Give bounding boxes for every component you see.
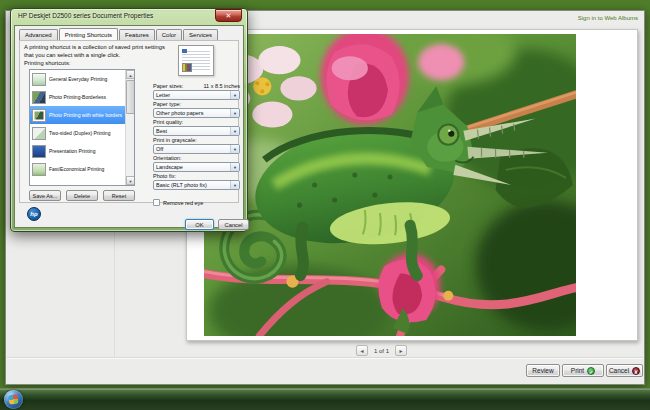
review-button-label: Review [532, 367, 553, 374]
paper-sizes-field: Paper sizes: 11 x 8.5 inches Letter ▼ [153, 83, 240, 100]
paper-type-label: Paper type: [153, 101, 240, 107]
print-quality-select[interactable]: Best ▼ [153, 126, 240, 136]
signin-web-albums-link[interactable]: Sign in to Web Albums [578, 15, 638, 21]
preview-header-block [182, 49, 187, 53]
economical-printing-icon [32, 163, 46, 176]
print-quality-label: Print quality: [153, 119, 240, 125]
dialog-client-area: Advanced Printing Shortcuts Features Col… [14, 25, 244, 228]
list-item-label: Photo Printing-Borderless [49, 95, 106, 100]
scroll-down-icon[interactable]: ▼ [126, 176, 135, 185]
footer-divider [7, 357, 643, 359]
duplex-printing-icon [32, 127, 46, 140]
orientation-label: Orientation: [153, 155, 240, 161]
desktop: Sign in to Web Albums [0, 0, 650, 410]
review-button[interactable]: Review [526, 364, 560, 377]
everyday-printing-icon [32, 73, 46, 86]
chevron-down-icon: ▼ [230, 145, 239, 153]
list-scrollbar[interactable]: ▲ ▼ [125, 70, 134, 185]
photo-white-borders-icon [32, 109, 46, 122]
list-item[interactable]: Fast/Economical Printing [30, 160, 134, 178]
reset-button[interactable]: Reset [103, 190, 135, 201]
presentation-printing-icon [32, 145, 46, 158]
print-quality-value: Best [156, 128, 167, 134]
list-item[interactable]: Photo Printing-Borderless [30, 88, 134, 106]
remove-red-eye-label: Remove red eye [163, 200, 203, 206]
cancel-button[interactable]: Cancel [218, 219, 249, 230]
printing-shortcuts-list: General Everyday Printing Photo Printing… [29, 69, 135, 186]
page-count-label: 1 of 1 [374, 348, 389, 354]
cancel-x-icon: ✘ [632, 367, 640, 375]
printing-shortcuts-label: Printing shortcuts: [24, 60, 70, 66]
scroll-up-icon[interactable]: ▲ [126, 70, 135, 79]
dialog-tabs: Advanced Printing Shortcuts Features Col… [19, 28, 219, 40]
list-item[interactable]: Two-sided (Duplex) Printing [30, 124, 134, 142]
chameleon-photo [204, 34, 576, 336]
chameleon-photo-graphic [204, 34, 576, 336]
photo-fix-value: Basic (RLT photo fix) [156, 182, 207, 188]
chevron-down-icon: ▼ [230, 109, 239, 117]
scrollbar-thumb[interactable] [126, 80, 135, 114]
chevron-down-icon: ▼ [230, 163, 239, 171]
printing-shortcuts-tab-page: A printing shortcut is a collection of s… [19, 40, 239, 203]
photo-borderless-icon [32, 91, 46, 104]
paper-size-select[interactable]: Letter ▼ [153, 90, 240, 100]
grayscale-select[interactable]: Off ▼ [153, 144, 240, 154]
ok-button[interactable]: OK [185, 219, 214, 230]
photo-fix-label: Photo fix: [153, 173, 240, 179]
list-item[interactable]: General Everyday Printing [30, 70, 134, 88]
list-item-label: Presentation Printing [49, 149, 95, 154]
prev-page-button[interactable]: ◄ [356, 345, 368, 356]
chevron-down-icon: ▼ [230, 127, 239, 135]
hp-document-properties-dialog: HP Deskjet D2500 series Document Propert… [10, 8, 248, 232]
delete-button[interactable]: Delete [66, 190, 98, 201]
start-button[interactable] [4, 390, 23, 409]
remove-red-eye-checkbox[interactable] [153, 199, 160, 206]
tab-printing-shortcuts[interactable]: Printing Shortcuts [59, 28, 118, 40]
paper-type-value: Other photo papers [156, 110, 203, 116]
shortcut-description: A printing shortcut is a collection of s… [24, 44, 166, 59]
close-icon[interactable]: ✕ [215, 9, 242, 22]
windows-flag-icon [9, 395, 19, 405]
paper-size-value: Letter [156, 92, 170, 98]
list-item-label: Fast/Economical Printing [49, 167, 104, 172]
preview-image-block [182, 63, 192, 72]
hp-logo: hp [27, 207, 41, 221]
chevron-down-icon: ▼ [230, 91, 239, 99]
paper-type-select[interactable]: Other photo papers ▼ [153, 108, 240, 118]
list-item-label: Two-sided (Duplex) Printing [49, 131, 110, 136]
list-item-selected[interactable]: Photo Printing with white borders [30, 106, 134, 124]
print-button-label: Print [571, 367, 584, 374]
print-check-icon: ✔ [587, 367, 595, 375]
remove-red-eye-row: Remove red eye [153, 199, 203, 206]
print-cancel-button[interactable]: Cancel ✘ [606, 364, 643, 377]
print-cancel-label: Cancel [609, 367, 629, 374]
print-quality-field: Print quality: Best ▼ [153, 119, 240, 136]
dialog-title: HP Deskjet D2500 series Document Propert… [18, 12, 153, 19]
photo-fix-select[interactable]: Basic (RLT photo fix) ▼ [153, 180, 240, 190]
page-orientation-preview [178, 45, 214, 76]
grayscale-field: Print in grayscale: Off ▼ [153, 137, 240, 154]
list-item-label: General Everyday Printing [49, 77, 107, 82]
print-preview-page [186, 29, 638, 341]
paper-size-note: 11 x 8.5 inches [203, 83, 240, 89]
grayscale-label: Print in grayscale: [153, 137, 240, 143]
chevron-down-icon: ▼ [230, 181, 239, 189]
list-item[interactable]: Presentation Printing [30, 142, 134, 160]
taskbar: Ps Ps Ai ▲ ⚑ 10:21 PM 12/28/2010 [0, 388, 650, 410]
page-pagination: ◄ 1 of 1 ► [356, 345, 407, 356]
print-button[interactable]: Print ✔ [562, 364, 604, 377]
paper-type-field: Paper type: Other photo papers ▼ [153, 101, 240, 118]
grayscale-value: Off [156, 146, 163, 152]
orientation-select[interactable]: Landscape ▼ [153, 162, 240, 172]
orientation-value: Landscape [156, 164, 183, 170]
save-as-button[interactable]: Save As... [29, 190, 61, 201]
photo-fix-field: Photo fix: Basic (RLT photo fix) ▼ [153, 173, 240, 190]
next-page-button[interactable]: ► [395, 345, 407, 356]
orientation-field: Orientation: Landscape ▼ [153, 155, 240, 172]
list-item-label: Photo Printing with white borders [49, 113, 122, 118]
